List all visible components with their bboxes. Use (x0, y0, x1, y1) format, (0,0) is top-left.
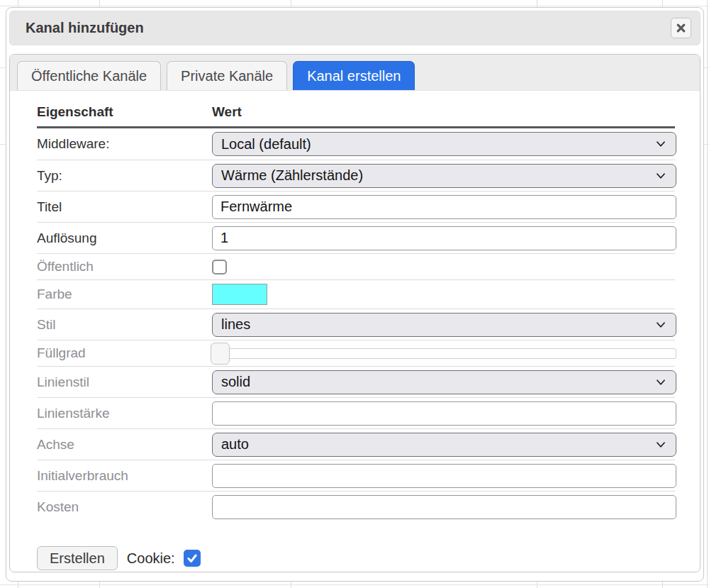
row-label: Titel (37, 199, 212, 215)
form-row: Öffentlich (37, 253, 675, 279)
form-footer: Erstellen Cookie: (37, 546, 674, 570)
select-value: Wärme (Zählerstände) (221, 167, 656, 184)
row-control (212, 401, 676, 426)
tab-kanal-erstellen[interactable]: Kanal erstellen (293, 61, 415, 90)
row-control (212, 348, 676, 359)
tab-private-kanäle[interactable]: Private Kanäle (167, 61, 287, 90)
row-label: Kosten (37, 499, 212, 515)
row-control: 1 (212, 226, 676, 250)
row-label: Middleware: (37, 136, 212, 152)
form-row: Achseauto (37, 428, 675, 460)
form-row: Auflösung1 (37, 222, 675, 253)
select-field[interactable]: solid (212, 370, 676, 394)
text-input[interactable]: Fernwärme (212, 195, 676, 219)
fill-slider-handle[interactable] (211, 343, 230, 365)
row-control: solid (212, 370, 676, 394)
row-label: Initialverbrauch (37, 468, 212, 484)
row-control (212, 464, 676, 488)
form-row: Initialverbrauch (37, 460, 675, 491)
text-input[interactable] (212, 464, 676, 488)
select-field[interactable]: lines (212, 313, 676, 337)
grid-hline (0, 6, 709, 6)
select-value: Local (default) (221, 136, 656, 152)
dialog-titlebar: Kanal hinzufügen (9, 11, 700, 45)
chevron-down-icon (656, 321, 666, 328)
form-row: Füllgrad (37, 340, 675, 366)
tabs-widget: Öffentliche KanälePrivate KanäleKanal er… (9, 54, 700, 572)
row-control: lines (212, 313, 676, 337)
form-header-row: Eigenschaft Wert (37, 104, 675, 128)
text-input-value: Fernwärme (220, 199, 292, 215)
select-value: solid (221, 374, 656, 390)
row-label: Öffentlich (37, 259, 212, 274)
tab-öffentliche-kanäle[interactable]: Öffentliche Kanäle (17, 61, 161, 90)
row-label: Linienstil (37, 375, 212, 390)
chevron-down-icon (656, 441, 666, 448)
select-field[interactable]: Wärme (Zählerstände) (212, 164, 676, 188)
row-control: Fernwärme (212, 195, 676, 219)
cookie-label: Cookie: (127, 550, 175, 567)
text-input[interactable] (212, 401, 676, 426)
tab-nav: Öffentliche KanälePrivate KanäleKanal er… (10, 55, 700, 91)
check-icon (186, 553, 198, 564)
row-label: Farbe (37, 287, 212, 302)
cookie-checkbox[interactable] (184, 550, 201, 567)
row-control (212, 495, 676, 519)
form-row: Typ:Wärme (Zählerstände) (37, 160, 675, 191)
row-control: Local (default) (212, 132, 676, 156)
grid-vline (707, 0, 708, 588)
add-channel-dialog: Kanal hinzufügen Öffentliche KanälePriva… (6, 7, 704, 582)
close-icon (676, 23, 686, 33)
color-swatch[interactable] (212, 284, 267, 305)
form-row: Farbe (37, 279, 675, 309)
row-label: Füllgrad (37, 345, 212, 361)
row-label: Achse (37, 437, 212, 453)
form-row: TitelFernwärme (37, 191, 675, 222)
select-field[interactable]: auto (212, 433, 676, 457)
fill-slider[interactable] (212, 348, 676, 359)
form-row: Middleware:Local (default) (37, 128, 675, 160)
row-control (212, 284, 675, 305)
dialog-title: Kanal hinzufügen (26, 20, 671, 36)
form-row: Stillines (37, 309, 675, 340)
header-property: Eigenschaft (37, 104, 212, 120)
public-checkbox[interactable] (212, 260, 227, 274)
row-control (212, 260, 675, 274)
grid-hline (0, 584, 709, 585)
chevron-down-icon (656, 379, 666, 386)
row-label: Auflösung (37, 231, 212, 246)
row-label: Stil (37, 317, 212, 333)
chevron-down-icon (656, 172, 666, 179)
text-input[interactable]: 1 (212, 226, 676, 250)
text-input-value: 1 (220, 230, 228, 246)
text-input[interactable] (212, 495, 676, 519)
form-row: Kosten (37, 491, 675, 522)
row-label: Linienstärke (37, 406, 212, 421)
select-value: auto (221, 436, 656, 453)
tab-panel-create-channel: Eigenschaft Wert Middleware:Local (defau… (10, 91, 700, 570)
chevron-down-icon (656, 140, 666, 148)
row-label: Typ: (37, 168, 212, 184)
close-button[interactable] (671, 18, 691, 38)
header-value: Wert (212, 104, 675, 120)
form-row: Linienstärke (37, 397, 675, 428)
channel-form: Eigenschaft Wert Middleware:Local (defau… (37, 104, 675, 522)
select-field[interactable]: Local (default) (212, 132, 676, 156)
create-button[interactable]: Erstellen (37, 546, 118, 570)
row-control: Wärme (Zählerstände) (212, 164, 676, 188)
form-row: Linienstilsolid (37, 366, 675, 397)
select-value: lines (221, 316, 656, 333)
row-control: auto (212, 433, 676, 457)
